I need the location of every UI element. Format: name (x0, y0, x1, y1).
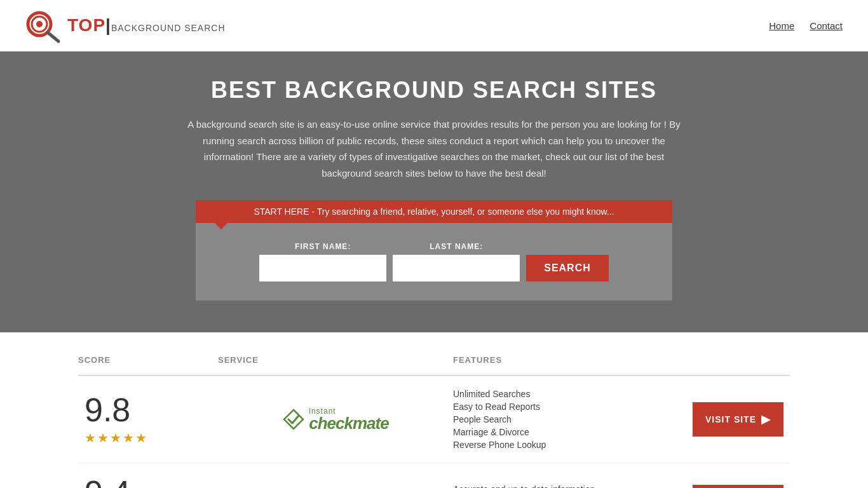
main-nav: Home Contact (769, 20, 843, 31)
col-action (688, 355, 790, 365)
feature-item: Accurate and up-to-date information (453, 484, 688, 488)
nav-contact[interactable]: Contact (810, 20, 843, 31)
visit-cell-2: VISIT SITE ▶ (688, 485, 790, 488)
peoplelooker-logo: PeopleLooker (281, 483, 390, 488)
svg-point-3 (36, 21, 43, 27)
feature-item: Marriage & Divorce (453, 427, 688, 437)
arrow-icon-1: ▶ (761, 412, 771, 426)
results-section: SCORE SERVICE FEATURES 9.8 ★ ★ ★ ★ ★ (53, 345, 815, 488)
checkmate-svg-icon (282, 408, 305, 431)
first-name-label: FIRST NAME: (259, 242, 386, 251)
stars-1: ★ ★ ★ ★ ★ (85, 430, 147, 445)
feature-item: Easy to Read Reports (453, 402, 688, 412)
table-header: SCORE SERVICE FEATURES (78, 345, 790, 376)
visit-site-button-1[interactable]: VISIT SITE ▶ (693, 402, 783, 437)
service-cell-2: PeopleLooker (218, 483, 453, 488)
score-cell-1: 9.8 ★ ★ ★ ★ ★ (78, 393, 218, 445)
logo-icon (25, 6, 64, 44)
score-number-1: 9.8 (85, 393, 130, 426)
visit-site-button-2[interactable]: VISIT SITE ▶ (693, 485, 783, 488)
start-banner: START HERE - Try searching a friend, rel… (196, 200, 672, 223)
star-4: ★ (123, 430, 134, 445)
visit-cell-1: VISIT SITE ▶ (688, 402, 790, 437)
feature-item: Reverse Phone Lookup (453, 440, 688, 450)
col-score: SCORE (78, 355, 218, 365)
checkmate-logo: instant checkmate (282, 400, 388, 438)
last-name-group: LAST NAME: (393, 242, 520, 281)
first-name-input[interactable] (259, 255, 386, 281)
checkmate-big: checkmate (309, 415, 388, 431)
header: TOP|BACKGROUND SEARCH Home Contact (0, 0, 868, 51)
nav-home[interactable]: Home (769, 20, 794, 31)
star-5: ★ (135, 430, 147, 445)
hero-title: BEST BACKGROUND SEARCH SITES (13, 77, 855, 104)
col-features: FEATURES (453, 355, 688, 365)
features-cell-2: Accurate and up-to-date information Unli… (453, 484, 688, 488)
last-name-input[interactable] (393, 255, 520, 281)
score-cell-2: 9.4 ★ ★ ★ ★ ★ (78, 476, 218, 488)
col-service: SERVICE (218, 355, 453, 365)
logo-sub-word: BACKGROUND SEARCH (111, 23, 226, 33)
service-cell-1: instant checkmate (218, 400, 453, 438)
star-1: ★ (85, 430, 96, 445)
star-3: ★ (110, 430, 121, 445)
logo-brand: TOP|BACKGROUND SEARCH (67, 15, 226, 36)
logo-area: TOP|BACKGROUND SEARCH (25, 6, 226, 44)
table-row: 9.8 ★ ★ ★ ★ ★ instant checkmate (78, 376, 790, 463)
hero-description: A background search site is an easy-to-u… (186, 116, 682, 181)
search-form: FIRST NAME: LAST NAME: SEARCH (208, 242, 660, 281)
feature-item: People Search (453, 414, 688, 424)
svg-line-2 (48, 32, 58, 41)
table-row: 9.4 ★ ★ ★ ★ ★ PeopleLooker Accurate and … (78, 463, 790, 488)
search-form-container: FIRST NAME: LAST NAME: SEARCH (196, 223, 672, 301)
last-name-label: LAST NAME: (393, 242, 520, 251)
logo-text: TOP|BACKGROUND SEARCH (67, 15, 226, 36)
search-button[interactable]: SEARCH (526, 255, 609, 281)
checkmate-text: instant checkmate (309, 407, 388, 431)
visit-label-1: VISIT SITE (705, 414, 756, 424)
hero-section: BEST BACKGROUND SEARCH SITES A backgroun… (0, 51, 868, 332)
features-cell-1: Unlimited Searches Easy to Read Reports … (453, 389, 688, 450)
first-name-group: FIRST NAME: (259, 242, 386, 281)
logo-top-word: TOP (67, 15, 105, 35)
feature-item: Unlimited Searches (453, 389, 688, 399)
star-2: ★ (97, 430, 109, 445)
score-number-2: 9.4 (85, 476, 130, 488)
